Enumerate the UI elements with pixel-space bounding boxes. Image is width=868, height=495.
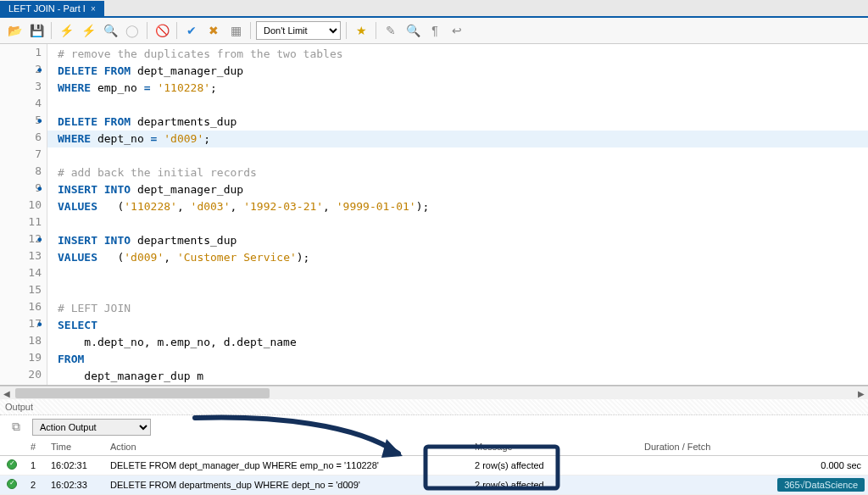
- horizontal-scrollbar[interactable]: ◀ ▶: [0, 386, 868, 399]
- cell-action: DELETE FROM dept_manager_dup WHERE emp_n…: [103, 456, 468, 476]
- line-number: 17: [0, 317, 47, 334]
- col-num: #: [24, 438, 44, 456]
- col-time: Time: [44, 438, 103, 456]
- toolbar: 📂 💾 ⚡ ⚡ 🔍 ◯ 🚫 ✔ ✖ ▦ Don't Limit ★ ✎ 🔍 ¶ …: [0, 18, 868, 44]
- line-number: 19: [0, 351, 47, 368]
- cell-duration: 0.000 sec: [637, 456, 868, 476]
- code-line[interactable]: INSERT INTO departments_dup: [47, 232, 868, 249]
- status-ok-icon: [7, 459, 17, 470]
- output-panel-label: Output: [0, 399, 868, 415]
- line-number: 8: [0, 164, 47, 181]
- code-line[interactable]: # add back the initial records: [47, 164, 868, 181]
- cell-num: 1: [24, 456, 44, 476]
- cell-message: 2 row(s) affected: [468, 456, 637, 476]
- code-line[interactable]: SELECT: [47, 317, 868, 334]
- scroll-thumb[interactable]: [15, 388, 270, 398]
- line-number: 16: [0, 300, 47, 317]
- tab-query[interactable]: LEFT JOIN - Part I ×: [0, 1, 104, 16]
- tab-title: LEFT JOIN - Part I: [8, 3, 86, 14]
- code-line[interactable]: [47, 266, 868, 283]
- cell-message: 2 row(s) affected: [468, 476, 637, 495]
- wrap-icon[interactable]: ↩: [448, 21, 466, 40]
- commit-icon[interactable]: ✔: [182, 21, 201, 40]
- rollback-icon[interactable]: ✖: [204, 21, 223, 40]
- favorite-icon[interactable]: ★: [352, 21, 370, 40]
- cell-action: DELETE FROM departments_dup WHERE dept_n…: [103, 476, 468, 495]
- output-toolbar: ⧉ Action Output: [0, 415, 868, 438]
- sql-editor[interactable]: 123456789101112131415161718192021 # remo…: [0, 44, 868, 386]
- code-line[interactable]: VALUES ('110228', 'd003', '1992-03-21', …: [47, 198, 868, 215]
- autocommit-icon[interactable]: ▦: [226, 21, 245, 40]
- line-number: 13: [0, 249, 47, 266]
- code-line[interactable]: [47, 283, 868, 300]
- toolbar-sep: [51, 22, 52, 39]
- toggle-off-icon[interactable]: 🚫: [153, 21, 171, 40]
- code-line[interactable]: WHERE emp_no = '110228';: [47, 80, 868, 97]
- code-area[interactable]: # remove the duplicates from the two tab…: [47, 44, 868, 385]
- code-line[interactable]: INSERT INTO dept_manager_dup: [47, 181, 868, 198]
- output-type-select[interactable]: Action Output: [32, 419, 151, 436]
- cell-time: 16:02:31: [44, 456, 103, 476]
- output-copy-icon[interactable]: ⧉: [7, 418, 25, 437]
- code-line[interactable]: dept_manager_dup m: [47, 368, 868, 385]
- execute-icon[interactable]: ⚡: [57, 21, 75, 40]
- line-number: 12: [0, 232, 47, 249]
- line-number: 7: [0, 147, 47, 164]
- code-line[interactable]: # LEFT JOIN: [47, 300, 868, 317]
- line-number: 3: [0, 80, 47, 97]
- code-line[interactable]: WHERE dept_no = 'd009';: [47, 131, 868, 147]
- line-number: 18: [0, 334, 47, 351]
- execute-step-icon[interactable]: ⚡: [79, 21, 97, 40]
- line-number: 11: [0, 215, 47, 232]
- toolbar-sep: [346, 22, 347, 39]
- search-icon[interactable]: 🔍: [403, 21, 422, 40]
- tab-bar: LEFT JOIN - Part I ×: [0, 0, 868, 18]
- invisible-icon[interactable]: ¶: [426, 21, 444, 40]
- col-message: Message: [468, 438, 637, 456]
- save-icon[interactable]: 💾: [27, 21, 46, 40]
- limit-select[interactable]: Don't Limit: [256, 21, 341, 40]
- output-grid: # Time Action Message Duration / Fetch 1…: [0, 438, 868, 495]
- line-gutter: 123456789101112131415161718192021: [0, 44, 47, 385]
- col-duration: Duration / Fetch: [637, 438, 868, 456]
- line-number: 1: [0, 46, 47, 63]
- toolbar-sep: [250, 22, 251, 39]
- code-line[interactable]: DELETE FROM departments_dup: [47, 114, 868, 131]
- code-line[interactable]: [47, 97, 868, 114]
- line-number: 6: [0, 131, 47, 147]
- close-icon[interactable]: ×: [91, 4, 96, 14]
- watermark: 365√DataScience: [777, 478, 865, 492]
- line-number: 4: [0, 97, 47, 114]
- line-number: 20: [0, 368, 47, 385]
- code-line[interactable]: DELETE FROM dept_manager_dup: [47, 63, 868, 80]
- code-line[interactable]: [47, 215, 868, 232]
- line-number: 5: [0, 114, 47, 131]
- line-number: 15: [0, 283, 47, 300]
- toolbar-sep: [176, 22, 177, 39]
- open-file-icon[interactable]: 📂: [5, 21, 24, 40]
- cell-time: 16:02:33: [44, 476, 103, 495]
- line-number: 14: [0, 266, 47, 283]
- cell-num: 2: [24, 476, 44, 495]
- toolbar-sep: [376, 22, 376, 39]
- code-line[interactable]: FROM: [47, 351, 868, 368]
- code-line[interactable]: VALUES ('d009', 'Customer Service');: [47, 249, 868, 266]
- col-action: Action: [103, 438, 468, 456]
- stop-icon[interactable]: ◯: [123, 21, 142, 40]
- line-number: 10: [0, 198, 47, 215]
- beautify-icon[interactable]: ✎: [381, 21, 400, 40]
- code-line[interactable]: # remove the duplicates from the two tab…: [47, 46, 868, 63]
- code-line[interactable]: m.dept_no, m.emp_no, d.dept_name: [47, 334, 868, 351]
- status-ok-icon: [7, 479, 17, 489]
- output-row[interactable]: 116:02:31DELETE FROM dept_manager_dup WH…: [0, 456, 868, 476]
- line-number: 2: [0, 63, 47, 80]
- output-row[interactable]: 216:02:33DELETE FROM departments_dup WHE…: [0, 476, 868, 495]
- explain-icon[interactable]: 🔍: [101, 21, 120, 40]
- line-number: 9: [0, 181, 47, 198]
- code-line[interactable]: [47, 147, 868, 164]
- scroll-left-icon[interactable]: ◀: [0, 387, 14, 401]
- toolbar-sep: [147, 22, 147, 39]
- scroll-right-icon[interactable]: ▶: [854, 387, 868, 401]
